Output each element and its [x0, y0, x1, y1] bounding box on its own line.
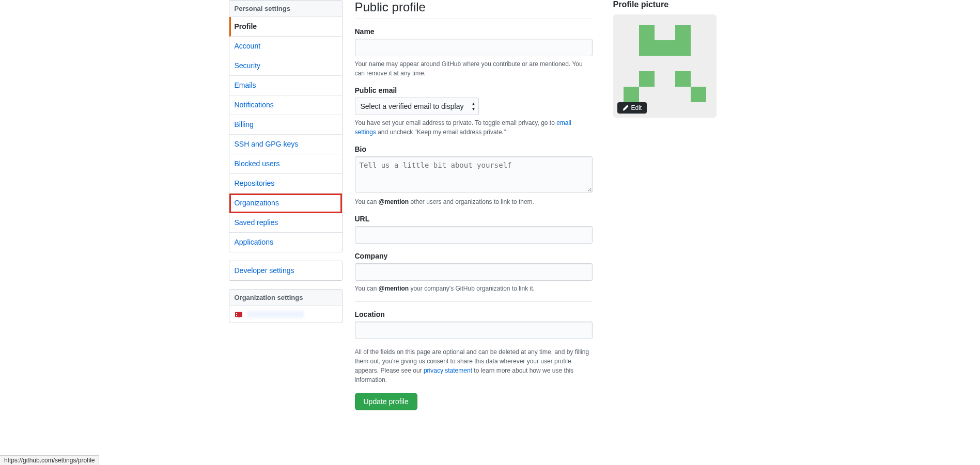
avatar: Edit: [613, 14, 717, 118]
update-profile-button[interactable]: Update profile: [355, 393, 417, 410]
bio-note: You can @mention other users and organiz…: [355, 197, 593, 206]
sidebar-item-repositories[interactable]: Repositories: [229, 174, 342, 194]
sidebar-item-profile[interactable]: Profile: [229, 17, 342, 37]
sidebar-item-emails[interactable]: Emails: [229, 76, 342, 95]
sidebar-item-blocked-users[interactable]: Blocked users: [229, 154, 342, 174]
edit-avatar-button[interactable]: Edit: [617, 102, 647, 114]
name-label: Name: [355, 27, 593, 36]
organization-icon: [235, 310, 243, 318]
svg-rect-6: [675, 25, 691, 40]
developer-settings-menu: Developer settings: [229, 261, 343, 281]
company-note: You can @mention your company's GitHub o…: [355, 284, 593, 293]
bio-label: Bio: [355, 145, 593, 153]
organization-settings-header: Organization settings: [229, 290, 342, 306]
sidebar-item-billing[interactable]: Billing: [229, 115, 342, 135]
organization-item[interactable]: [229, 306, 342, 323]
public-email-note: You have set your email address to priva…: [355, 118, 593, 137]
sidebar-item-security[interactable]: Security: [229, 56, 342, 76]
svg-rect-1: [639, 25, 655, 40]
sidebar-item-applications[interactable]: Applications: [229, 233, 342, 252]
url-input[interactable]: [355, 226, 593, 244]
profile-picture-heading: Profile picture: [613, 0, 727, 9]
pencil-icon: [623, 105, 629, 111]
svg-rect-10: [691, 87, 706, 102]
sidebar-item-developer-settings[interactable]: Developer settings: [229, 261, 342, 280]
company-input[interactable]: [355, 263, 593, 281]
svg-rect-9: [675, 71, 691, 87]
svg-rect-5: [624, 87, 639, 102]
svg-rect-4: [639, 71, 655, 87]
organization-name: [247, 311, 304, 318]
sidebar-item-organizations[interactable]: Organizations: [229, 194, 342, 213]
location-label: Location: [355, 310, 593, 318]
svg-rect-3: [655, 40, 665, 56]
company-label: Company: [355, 252, 593, 260]
public-email-label: Public email: [355, 86, 593, 94]
svg-rect-2: [639, 40, 655, 56]
sidebar-item-notifications[interactable]: Notifications: [229, 95, 342, 115]
privacy-statement-link[interactable]: privacy statement: [424, 367, 472, 374]
divider: [355, 301, 593, 302]
name-input[interactable]: [355, 39, 593, 56]
page-title: Public profile: [355, 0, 593, 19]
personal-settings-menu: Personal settings Profile Account Securi…: [229, 0, 343, 252]
public-email-select[interactable]: Select a verified email to display: [355, 98, 479, 115]
name-note: Your name may appear around GitHub where…: [355, 59, 593, 78]
sidebar-item-account[interactable]: Account: [229, 37, 342, 56]
bio-textarea[interactable]: [355, 156, 593, 193]
personal-settings-header: Personal settings: [229, 1, 342, 17]
organization-settings-menu: Organization settings: [229, 289, 343, 323]
sidebar-item-ssh-gpg[interactable]: SSH and GPG keys: [229, 135, 342, 154]
svg-rect-7: [675, 40, 691, 56]
url-label: URL: [355, 215, 593, 223]
location-input[interactable]: [355, 322, 593, 339]
disclaimer-note: All of the fields on this page are optio…: [355, 347, 593, 384]
sidebar-item-saved-replies[interactable]: Saved replies: [229, 213, 342, 233]
svg-rect-8: [665, 40, 675, 56]
